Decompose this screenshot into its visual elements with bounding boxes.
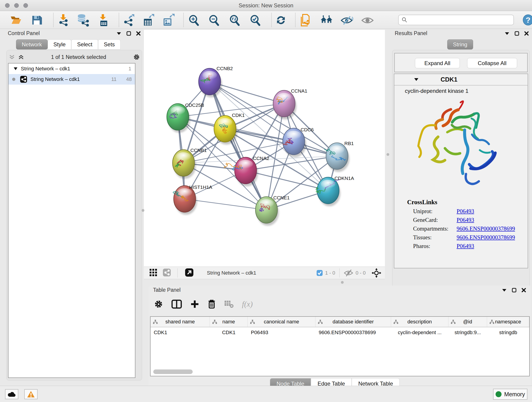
crosslink-link[interactable]: P06493 <box>457 208 474 215</box>
memory-button[interactable]: Memory <box>493 389 527 400</box>
network-node-hist1h1a[interactable]: HIST1H1A <box>173 185 212 215</box>
column-header-namespace[interactable]: namespace <box>487 317 529 327</box>
tab-select[interactable]: Select <box>71 39 98 50</box>
refresh-icon[interactable] <box>274 14 287 26</box>
home-networks-icon[interactable] <box>320 14 333 26</box>
hide-panels-eye-icon[interactable] <box>341 14 353 26</box>
zoom-in-icon[interactable] <box>187 14 200 26</box>
import-network-from-database-icon[interactable] <box>76 14 89 26</box>
panel-menu-icon[interactable] <box>502 288 507 292</box>
node-label: CCNB2 <box>216 66 233 71</box>
table-row[interactable]: CDK1CDK1P064939606.ENSP00000378699cyclin… <box>151 327 529 338</box>
column-header-shared-name[interactable]: shared name <box>151 317 210 327</box>
network-node-ccna2[interactable]: CCNA2 <box>224 156 269 186</box>
string-view-share-icon[interactable] <box>163 268 171 278</box>
open-external-icon[interactable] <box>185 268 194 278</box>
network-node-cdkn1a[interactable]: CDKN1A <box>316 176 354 206</box>
show-hidden-eye-icon[interactable] <box>361 14 374 26</box>
crosslink-link[interactable]: 9606.ENSP00000378699 <box>457 225 515 232</box>
network-node-ccne1[interactable]: CCNE1 <box>255 195 290 226</box>
table-cell[interactable]: stringdb <box>487 327 529 338</box>
tab-string[interactable]: String <box>447 39 473 50</box>
horizontal-scrollbar[interactable] <box>153 370 193 374</box>
table-cell[interactable]: cyclin-dependent ... <box>391 327 448 338</box>
right-splitter-handle[interactable] <box>386 153 389 156</box>
export-network-icon[interactable] <box>122 14 135 26</box>
column-header-name[interactable]: name <box>210 317 248 327</box>
warnings-button[interactable] <box>24 389 38 399</box>
zoom-fit-icon[interactable] <box>228 14 241 26</box>
collection-expand-icon[interactable] <box>13 67 18 70</box>
panel-menu-icon[interactable] <box>505 32 510 35</box>
table-cell[interactable]: P06493 <box>248 327 316 338</box>
crosslink-link[interactable]: 9606.ENSP00000378699 <box>457 234 515 241</box>
show-columns-icon[interactable] <box>171 300 182 309</box>
add-column-icon[interactable] <box>190 300 199 309</box>
column-header-description[interactable]: description <box>391 317 448 327</box>
network-node-rb1[interactable]: RB1 <box>324 141 354 172</box>
panel-menu-icon[interactable] <box>116 32 121 35</box>
expand-all-icon[interactable] <box>18 54 24 60</box>
table-cell[interactable]: 9606.ENSP00000378699 <box>316 327 391 338</box>
export-image-icon[interactable] <box>162 14 175 26</box>
close-panel-icon[interactable] <box>524 31 529 36</box>
network-collection-row[interactable]: String Network – cdk1 1 <box>8 64 135 74</box>
bottom-splitter-handle[interactable] <box>341 281 344 284</box>
table-cell[interactable]: stringdb:9... <box>448 327 487 338</box>
float-panel-icon[interactable] <box>127 31 131 36</box>
table-cell[interactable]: CDK1 <box>151 327 210 338</box>
control-panel-title: Control Panel <box>8 30 40 36</box>
column-header-canonical-name[interactable]: canonical name <box>248 317 316 327</box>
column-header-label: shared name <box>165 319 195 325</box>
network-node-cdk1[interactable]: CDK1 <box>214 113 245 145</box>
crosslink-link[interactable]: P06493 <box>457 243 474 249</box>
network-node-ccna1[interactable]: CCNA1 <box>273 88 307 119</box>
collapse-all-button[interactable]: Collapse All <box>467 58 517 68</box>
zoom-out-icon[interactable] <box>208 14 220 26</box>
selected-checkbox-icon[interactable] <box>317 270 323 276</box>
delete-column-icon[interactable] <box>208 299 216 309</box>
import-table-icon[interactable] <box>97 14 109 26</box>
close-panel-icon[interactable] <box>136 31 141 36</box>
table-cell[interactable]: CDK1 <box>210 327 248 338</box>
open-session-icon[interactable] <box>10 14 22 26</box>
tab-style[interactable]: Style <box>48 39 71 50</box>
save-session-icon[interactable] <box>30 14 43 26</box>
birdseye-grid-icon[interactable] <box>149 269 157 277</box>
import-network-icon[interactable] <box>57 14 70 26</box>
crosslink-link[interactable]: P06493 <box>457 217 474 223</box>
fit-content-crosshair-icon[interactable] <box>372 268 381 278</box>
tab-network[interactable]: Network <box>16 39 48 50</box>
network-view-canvas[interactable]: CCNB2CCNA1CDC25BCDK1CDC6RB1CCNB1CCNA2CDK… <box>144 30 385 267</box>
node-label: CCNB1 <box>190 148 207 153</box>
network-edge[interactable] <box>225 129 337 156</box>
column-header--id[interactable]: @id <box>448 317 487 327</box>
network-row[interactable]: String Network – cdk1 11 48 <box>8 74 135 85</box>
hidden-eye-slash-icon <box>344 269 353 277</box>
network-options-gear-icon[interactable] <box>133 54 140 61</box>
export-table-icon[interactable] <box>142 14 154 26</box>
global-search-box[interactable] <box>398 15 514 25</box>
network-node-ccnb1[interactable]: CCNB1 <box>172 148 207 179</box>
expand-all-button[interactable]: Expand All <box>415 58 460 68</box>
table-options-gear-icon[interactable] <box>154 300 163 309</box>
zoom-selected-icon[interactable] <box>249 14 262 26</box>
close-panel-icon[interactable] <box>521 288 526 293</box>
window-title-bar: Session: New Session <box>0 0 532 11</box>
float-panel-icon[interactable] <box>515 31 519 36</box>
node-label: CCNA2 <box>253 156 269 161</box>
column-header-label: @id <box>463 319 472 325</box>
protein-card-header[interactable]: CDK1 <box>394 74 528 85</box>
network-edge[interactable] <box>210 82 266 210</box>
cloud-status-button[interactable] <box>5 389 18 399</box>
search-input[interactable] <box>407 17 508 23</box>
tab-sets[interactable]: Sets <box>98 39 120 50</box>
clone-network-icon[interactable] <box>299 14 312 26</box>
column-header-database-identifier[interactable]: database identifier <box>316 317 391 327</box>
left-splitter-handle[interactable] <box>142 209 144 212</box>
network-row-label: String Network – cdk1 <box>31 76 80 82</box>
collapse-all-icon[interactable] <box>9 54 15 60</box>
collapse-section-icon[interactable] <box>414 78 418 81</box>
help-button[interactable]: ? <box>523 14 532 26</box>
float-panel-icon[interactable] <box>512 288 516 293</box>
